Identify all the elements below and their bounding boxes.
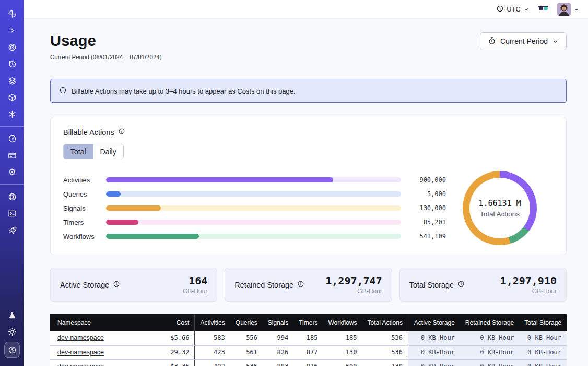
namespaces-icon[interactable] [0,41,24,53]
billable-actions-title: Billable Actions [63,128,114,136]
billable-actions-bar-chart: Activities900,000Queries5,000Signals130,… [63,173,446,244]
column-header-retained-storage: Retained Storage [460,314,519,331]
metric-cell: 556 [230,331,263,345]
storage-card-label: Total Storage [409,281,454,289]
info-icon[interactable] [118,128,125,136]
cost-cell: $5.66 [154,331,195,345]
metric-cell: 994 [263,331,293,345]
dev-glasses-icon[interactable] [538,4,549,15]
bar-row-queries: Queries5,000 [63,187,446,201]
cost-cell: $3.35 [154,359,195,366]
storage-card-unit: GB-Hour [183,288,207,295]
metric-cell: 600 [323,359,362,366]
bar-fill [106,220,138,225]
settings-gear-icon[interactable]: ⚙ [0,166,24,178]
namespace-link[interactable]: dev-namespace [50,345,154,359]
column-header-activities: Activities [195,314,230,331]
total-actions-donut-chart: 1.66131 M Total Actions [463,171,537,245]
page-title: Usage [50,32,162,50]
chevron-right-icon[interactable] [0,24,24,37]
storage-cell: 0 KB-Hour [519,345,567,359]
column-header-timers: Timers [293,314,323,331]
info-banner: Billable Actions may take up to 3–4 hour… [50,79,567,103]
metric-cell: 130 [323,345,362,359]
nexus-asterisk-icon[interactable] [0,108,24,120]
namespace-link[interactable]: dev-namespace [50,331,154,345]
column-header-workflows: Workflows [323,314,362,331]
usage-gauge-icon[interactable] [0,132,24,145]
table-row: dev-namespace29.324235618268771305360 KB… [50,345,567,359]
bar-fill [106,205,161,211]
column-header-total-storage: Total Storage [519,314,567,331]
info-icon [59,86,67,96]
tab-daily[interactable]: Daily [93,144,123,159]
storage-cell: 0 KB-Hour [460,345,519,359]
bar-track [106,205,401,211]
metric-cell: 492 [195,359,230,366]
metric-cell: 561 [230,345,263,359]
theme-sun-icon[interactable] [0,325,24,338]
content: Usage Current Period (06/01/2024 – 07/01… [24,19,588,366]
metric-cell: 185 [293,331,323,345]
docs-terminal-icon[interactable] [0,207,24,220]
main-area: UTC Usage Current Period (06/01/2024 – 0… [24,0,588,366]
storage-card-retained-storage: Retained Storage1,297,747GB-Hour [225,268,392,302]
billable-actions-card: Billable Actions TotalDaily Activities90… [50,117,567,255]
bar-track [106,220,401,225]
donut-total-label: Total Actions [480,210,520,218]
storage-card-active-storage: Active Storage164GB-Hour [50,268,217,302]
metric-cell: 536 [230,359,263,366]
info-icon[interactable] [297,280,304,289]
metric-cell: 536 [362,331,408,345]
bar-track [106,191,401,197]
account-menu[interactable] [557,3,580,16]
metric-cell: 130 [362,359,408,366]
bar-value: 900,000 [401,176,446,184]
cost-cell: 29.32 [154,345,195,359]
column-header-active-storage: Active Storage [408,314,460,331]
info-icon[interactable] [113,280,120,289]
timezone-selector[interactable]: UTC [496,5,530,14]
storage-summary-row: Active Storage164GB-HourRetained Storage… [50,268,567,302]
bar-label: Timers [63,219,106,226]
cube-icon[interactable] [0,91,24,104]
bar-fill [106,177,333,182]
avatar [557,3,571,16]
support-lifebuoy-icon[interactable] [0,190,24,203]
storage-cell: 0 KB-Hour [519,331,567,345]
storage-card-total-storage: Total Storage1,297,910GB-Hour [399,268,567,302]
temporal-logo-icon[interactable] [0,7,24,20]
bar-fill [106,191,121,197]
layers-icon[interactable] [0,74,24,87]
billing-card-icon[interactable] [0,149,24,162]
storage-card-value: 1,297,910 [500,274,557,287]
chevron-down-icon [552,38,559,45]
topbar: UTC [24,0,588,19]
column-header-total-actions: Total Actions [362,314,408,331]
storage-card-value: 1,297,747 [325,274,382,287]
tab-total[interactable]: Total [64,144,93,159]
bar-fill [106,234,199,239]
storage-card-unit: GB-Hour [325,288,382,295]
sidebar: ⚙$ [0,0,24,366]
period-selector-button[interactable]: Current Period [480,32,567,50]
pricing-dollar-icon[interactable]: $ [4,342,20,358]
bar-value: 130,000 [401,204,446,212]
storage-card-unit: GB-Hour [500,288,557,295]
history-clock-icon[interactable] [0,58,24,70]
info-icon[interactable] [457,280,465,289]
bar-label: Queries [63,190,106,198]
donut-total-value: 1.66131 M [478,199,521,208]
metric-cell: 185 [323,331,362,345]
namespace-link[interactable]: dev-namespace [50,359,154,366]
period-selector-label: Current Period [500,37,548,45]
storage-cell: 0 KB-Hour [408,345,460,359]
bar-value: 541,109 [401,233,446,240]
banner-text: Billable Actions may take up to 3–4 hour… [72,87,296,95]
rocket-icon[interactable] [0,224,24,236]
column-header-signals: Signals [263,314,293,331]
metric-cell: 826 [263,345,293,359]
bar-value: 85,201 [401,219,446,226]
sidebar-divider [0,184,24,185]
labs-flask-icon[interactable] [0,308,24,321]
